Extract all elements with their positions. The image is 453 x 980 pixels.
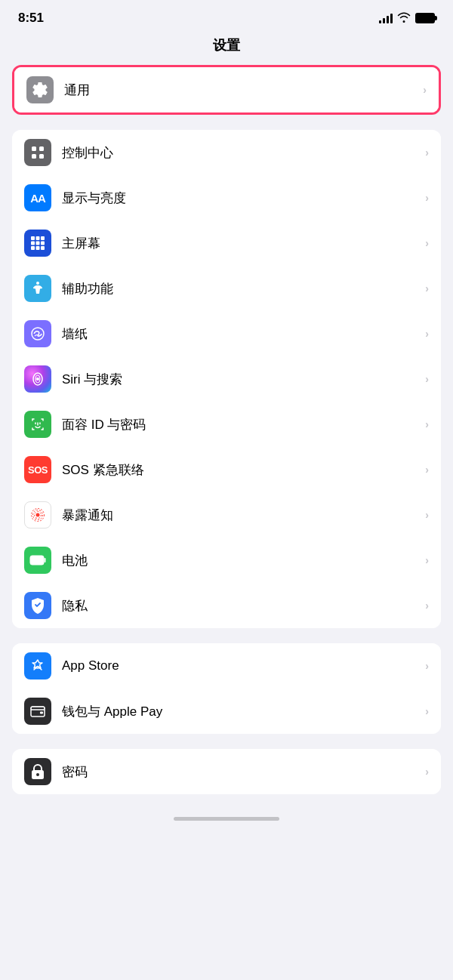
status-time: 8:51 <box>18 11 44 26</box>
row-faceid[interactable]: 面容 ID 与密码 › <box>12 402 441 447</box>
svg-rect-8 <box>36 242 40 245</box>
row-siri[interactable]: Siri 与搜索 › <box>12 356 441 402</box>
battery-label: 电池 <box>62 552 425 569</box>
siri-label: Siri 与搜索 <box>62 371 425 388</box>
battery-chevron: › <box>425 554 429 566</box>
row-wallpaper[interactable]: 墙纸 › <box>12 311 441 356</box>
display-chevron: › <box>425 192 429 204</box>
settings-section-general: 通用 › <box>12 65 441 115</box>
svg-rect-4 <box>31 236 35 240</box>
siri-chevron: › <box>425 373 429 385</box>
svg-rect-2 <box>32 154 36 159</box>
wallpaper-label: 墙纸 <box>62 325 425 343</box>
appstore-label: App Store <box>62 658 425 673</box>
home-screen-chevron: › <box>425 237 429 249</box>
row-exposure[interactable]: 暴露通知 › <box>12 492 441 538</box>
wallet-chevron: › <box>425 705 429 717</box>
home-indicator-bar <box>174 817 279 821</box>
appstore-icon <box>24 652 51 680</box>
appstore-chevron: › <box>425 660 429 672</box>
row-privacy[interactable]: 隐私 › <box>12 583 441 628</box>
svg-point-18 <box>36 513 40 517</box>
control-center-label: 控制中心 <box>62 144 425 162</box>
home-screen-label: 主屏幕 <box>62 235 425 252</box>
row-password[interactable]: 密码 › <box>12 749 441 794</box>
signal-icon <box>379 13 393 23</box>
faceid-icon <box>24 411 51 438</box>
siri-icon <box>24 365 51 393</box>
row-home-screen[interactable]: 主屏幕 › <box>12 220 441 266</box>
svg-rect-24 <box>31 707 45 717</box>
accessibility-chevron: › <box>425 282 429 294</box>
sos-icon: SOS <box>24 456 51 483</box>
privacy-chevron: › <box>425 599 429 612</box>
row-battery[interactable]: 电池 › <box>12 538 441 583</box>
row-accessibility[interactable]: 辅助功能 › <box>12 266 441 311</box>
control-center-chevron: › <box>425 146 429 159</box>
wallpaper-chevron: › <box>425 328 429 340</box>
home-indicator <box>0 809 453 827</box>
exposure-icon <box>24 501 51 529</box>
general-label: 通用 <box>64 82 423 99</box>
svg-point-13 <box>36 282 39 285</box>
row-sos[interactable]: SOS SOS 紧急联络 › <box>12 447 441 492</box>
home-screen-icon <box>24 230 51 257</box>
privacy-icon <box>24 592 51 619</box>
sos-chevron: › <box>425 464 429 476</box>
row-wallet[interactable]: 钱包与 Apple Pay › <box>12 689 441 734</box>
svg-rect-25 <box>40 712 43 714</box>
accessibility-icon <box>24 275 51 302</box>
settings-section-main: 控制中心 › AA 显示与亮度 › 主屏幕 › <box>12 130 441 628</box>
svg-rect-1 <box>39 146 44 151</box>
privacy-label: 隐私 <box>62 597 425 615</box>
accessibility-label: 辅助功能 <box>62 280 425 297</box>
wallet-label: 钱包与 Apple Pay <box>62 703 425 720</box>
row-general[interactable]: 通用 › <box>14 67 439 112</box>
status-icons <box>379 12 435 25</box>
password-chevron: › <box>425 766 429 778</box>
control-center-icon <box>24 139 51 166</box>
sos-label: SOS 紧急联络 <box>62 461 425 479</box>
page-title: 设置 <box>0 30 453 65</box>
general-icon <box>26 76 54 103</box>
svg-point-27 <box>36 773 39 776</box>
svg-rect-11 <box>36 246 40 250</box>
svg-rect-6 <box>41 236 45 240</box>
row-appstore[interactable]: App Store › <box>12 643 441 689</box>
password-label: 密码 <box>62 763 425 781</box>
svg-rect-9 <box>41 242 45 245</box>
svg-rect-23 <box>45 558 46 562</box>
display-label: 显示与亮度 <box>62 190 425 207</box>
row-display[interactable]: AA 显示与亮度 › <box>12 175 441 220</box>
wifi-icon <box>397 12 411 25</box>
svg-rect-3 <box>39 154 44 159</box>
svg-rect-0 <box>32 146 36 151</box>
svg-rect-10 <box>31 246 35 250</box>
status-bar: 8:51 <box>0 0 453 30</box>
svg-rect-7 <box>31 242 35 245</box>
display-icon: AA <box>24 184 51 211</box>
settings-section-apps: App Store › 钱包与 Apple Pay › <box>12 643 441 734</box>
exposure-chevron: › <box>425 509 429 521</box>
exposure-label: 暴露通知 <box>62 507 425 524</box>
settings-section-password: 密码 › <box>12 749 441 794</box>
svg-rect-22 <box>30 556 44 565</box>
wallet-icon <box>24 698 51 725</box>
svg-rect-5 <box>36 236 40 240</box>
faceid-label: 面容 ID 与密码 <box>62 416 425 433</box>
svg-point-17 <box>36 378 39 381</box>
battery-row-icon <box>24 547 51 574</box>
faceid-chevron: › <box>425 418 429 430</box>
battery-icon <box>415 13 435 23</box>
wallpaper-icon <box>24 320 51 347</box>
row-control-center[interactable]: 控制中心 › <box>12 130 441 175</box>
svg-rect-12 <box>41 246 45 250</box>
password-icon <box>24 758 51 785</box>
general-chevron: › <box>423 84 427 96</box>
